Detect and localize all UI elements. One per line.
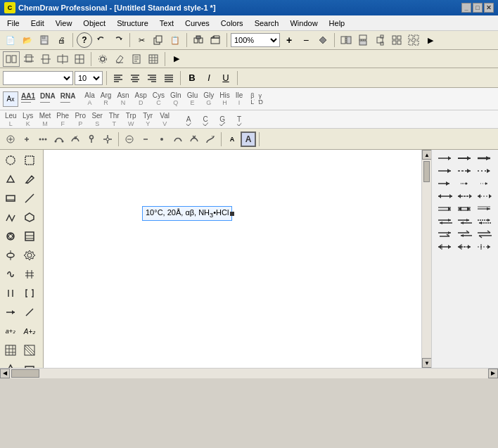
arrow-eq-2[interactable] — [456, 216, 474, 227]
rect-tool[interactable] — [20, 360, 39, 368]
text-size-small-btn[interactable]: A — [224, 132, 240, 147]
aa-phe[interactable]: PheF — [54, 111, 71, 128]
scroll-left-button[interactable]: ◀ — [0, 369, 10, 378]
aa-lys[interactable]: LysK — [20, 111, 36, 128]
struct-btn4[interactable] — [55, 51, 70, 67]
justify-button[interactable] — [161, 70, 177, 86]
arrow-dash-1[interactable] — [456, 165, 474, 177]
arrow-eq-3[interactable] — [475, 216, 494, 227]
arrow-half-1[interactable] — [436, 229, 454, 240]
flip-h-button[interactable] — [338, 32, 354, 48]
new-button[interactable]: 📄 — [3, 32, 18, 48]
cut-button[interactable]: ✂ — [134, 32, 149, 48]
window-controls[interactable]: _ □ ✕ — [461, 3, 494, 13]
h-scroll-thumb[interactable] — [11, 369, 39, 378]
nucleotide-A[interactable]: A — [181, 115, 196, 124]
aa1-btn[interactable]: AA1 ~~~ — [21, 92, 35, 106]
nucleotide-G[interactable]: G — [215, 115, 230, 124]
arrow-small-2[interactable] — [475, 178, 494, 189]
arrow-both-2[interactable] — [456, 191, 474, 202]
vertical-scrollbar[interactable]: ▲ ▼ — [421, 150, 431, 368]
chem-font-btn[interactable]: Ax — [3, 91, 18, 107]
align-right-button[interactable] — [144, 70, 160, 86]
close-button[interactable]: ✕ — [484, 3, 494, 13]
nucleotide-T[interactable]: T — [231, 115, 247, 124]
scroll-track[interactable] — [422, 160, 431, 358]
arrow-half-2[interactable] — [456, 229, 474, 240]
arrow-double-2[interactable] — [456, 203, 474, 215]
arrow-cross-1[interactable] — [436, 241, 454, 252]
struct-btn5[interactable] — [72, 51, 87, 67]
arrow-small-1[interactable] — [456, 178, 474, 189]
font-family-select[interactable]: Arial Times New Roman Courier — [3, 71, 73, 85]
maximize-button[interactable]: □ — [473, 3, 483, 13]
rotate-button[interactable] — [372, 32, 388, 48]
arrow-2[interactable] — [456, 153, 474, 164]
sprocket-tool[interactable] — [20, 246, 39, 264]
aa-arg[interactable]: ArgR — [98, 91, 114, 106]
scroll-thumb[interactable] — [423, 161, 430, 182]
arrow-cross-2[interactable] — [456, 241, 474, 252]
undo-button[interactable] — [94, 32, 109, 48]
bold-button[interactable]: B — [184, 70, 200, 86]
help-button[interactable]: ? — [77, 32, 92, 48]
triangle-tool[interactable] — [1, 360, 20, 368]
redo-button[interactable] — [110, 32, 126, 48]
resize-handle[interactable] — [230, 212, 234, 216]
menu-edit[interactable]: Edit — [25, 15, 50, 30]
pencil-tool[interactable] — [20, 170, 39, 188]
rna-btn[interactable]: RNA ~~~ — [60, 92, 76, 106]
arrow-cross-3[interactable] — [475, 241, 494, 252]
add-node-plus-btn[interactable] — [19, 132, 34, 147]
menu-help[interactable]: Help — [324, 15, 351, 30]
bracket-tool[interactable] — [1, 284, 20, 302]
erase-tool[interactable] — [1, 170, 20, 188]
curve-node-btn[interactable] — [51, 132, 67, 147]
arrow-both-3[interactable] — [475, 191, 494, 202]
align-left-button[interactable] — [110, 70, 126, 86]
hash-tool[interactable] — [20, 265, 39, 283]
node-select-btn[interactable] — [68, 132, 83, 147]
paste-button[interactable]: 📋 — [167, 32, 183, 48]
text-aa-big[interactable]: A+₂ — [20, 322, 39, 340]
aa-pro[interactable]: ProP — [72, 111, 88, 128]
struct-btn1[interactable] — [3, 51, 20, 67]
aa-glu[interactable]: GluE — [185, 91, 200, 106]
more-toolbar-button[interactable]: ▶ — [423, 32, 438, 48]
zoom-select[interactable]: 100% 50% 75% 150% 200% — [231, 33, 280, 47]
aa-ile[interactable]: IleI — [234, 91, 245, 106]
arrow-double-1[interactable] — [436, 203, 454, 215]
remove-btn[interactable] — [138, 132, 153, 147]
scroll-up-button[interactable]: ▲ — [422, 150, 432, 160]
aa-leu[interactable]: LeuL — [3, 111, 19, 128]
menu-structure[interactable]: Structure — [111, 15, 154, 30]
aa-asn[interactable]: AsnN — [115, 91, 131, 106]
scroll-down-button[interactable]: ▼ — [422, 358, 432, 368]
print-button[interactable]: 🖨 — [53, 32, 69, 48]
rect-select-tool[interactable] — [20, 151, 39, 169]
aa-val[interactable]: ValV — [157, 111, 172, 128]
menu-view[interactable]: View — [50, 15, 78, 30]
orb2-tool[interactable] — [1, 265, 20, 283]
bond-tool[interactable] — [20, 189, 39, 207]
zoom-out-button[interactable]: − — [298, 32, 314, 48]
arrow-5[interactable] — [436, 178, 454, 189]
italic-button[interactable]: I — [201, 70, 217, 86]
dot-btn[interactable] — [154, 132, 170, 147]
node-smooth-btn[interactable] — [203, 132, 218, 147]
diagonal-tool[interactable] — [20, 303, 39, 321]
horizontal-scrollbar[interactable]: ◀ ▶ — [0, 368, 498, 378]
pin-btn[interactable] — [84, 132, 99, 147]
menu-text[interactable]: Text — [154, 15, 179, 30]
arrow-double-3[interactable] — [475, 203, 494, 215]
save-button[interactable] — [37, 32, 52, 48]
crosshair-btn[interactable] — [100, 132, 115, 147]
more-btn2[interactable]: ▶ — [169, 51, 184, 67]
flip-v-button[interactable] — [355, 32, 371, 48]
aa-trp[interactable]: TrpW — [123, 111, 139, 128]
aa-his[interactable]: HisH — [217, 91, 231, 106]
edit-btn[interactable] — [112, 51, 127, 67]
eraser-tool[interactable] — [1, 189, 20, 207]
curve-up-btn[interactable] — [170, 132, 186, 147]
arrow-dash-2[interactable] — [475, 165, 494, 177]
